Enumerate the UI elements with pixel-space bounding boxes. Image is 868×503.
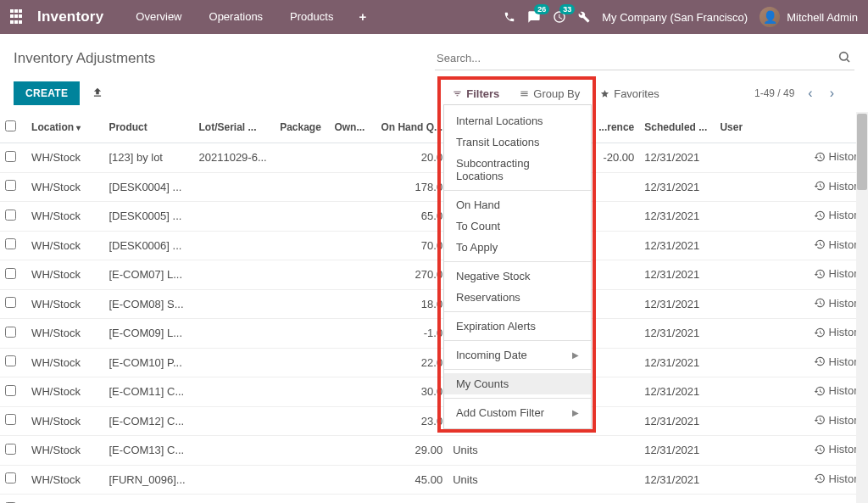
nav-add[interactable]: + [347, 0, 378, 34]
row-checkbox[interactable] [5, 210, 16, 221]
filter-to-apply[interactable]: To Apply [444, 237, 591, 258]
nav-operations[interactable]: Operations [196, 0, 277, 34]
cell-user [715, 495, 793, 504]
inventory-table: Location Product Lot/Serial ... Package … [0, 112, 868, 503]
cell-date: 12/31/2021 [639, 436, 715, 466]
col-scheduled[interactable]: Scheduled ... [639, 112, 715, 143]
cell-date: 12/31/2021 [639, 495, 715, 504]
cell-owner [329, 172, 373, 202]
pager-text[interactable]: 1-49 / 49 [754, 87, 794, 99]
col-product[interactable]: Product [103, 112, 193, 143]
chevron-right-icon: ▶ [572, 408, 579, 417]
messages-icon[interactable]: 26 [527, 10, 541, 24]
favorites-label: Favorites [614, 87, 659, 100]
phone-icon[interactable] [504, 11, 515, 23]
filter-expiration-alerts[interactable]: Expiration Alerts [444, 316, 591, 337]
filter-reservations[interactable]: Reservations [444, 287, 591, 308]
table-row[interactable]: WH/Stock [E-COM09] L... -1.0 12/31/2021 … [0, 319, 868, 349]
table-row[interactable]: WH/Stock [E-COM10] P... 22.0 12/31/2021 … [0, 348, 868, 377]
cell-date: 12/31/2021 [639, 348, 715, 377]
upload-icon[interactable] [92, 87, 103, 101]
search-input[interactable] [435, 47, 854, 70]
cell-location: WH/Stock [26, 406, 103, 436]
filter-my-counts[interactable]: My Counts [444, 373, 591, 394]
company-selector[interactable]: My Company (San Francisco) [602, 11, 748, 24]
top-navbar: Inventory Overview Operations Products +… [0, 0, 868, 34]
pager-next-icon[interactable]: › [826, 86, 837, 101]
cell-owner [329, 465, 373, 495]
table-row[interactable]: WH/Stock [E-COM13] C... 29.00 Units 12/3… [0, 436, 868, 466]
col-owner[interactable]: Own... [329, 112, 373, 143]
row-checkbox[interactable] [5, 385, 16, 396]
cell-qty: 22.0 [373, 348, 448, 377]
col-user[interactable]: User [715, 112, 793, 143]
col-package[interactable]: Package [275, 112, 329, 143]
cell-user [715, 260, 793, 290]
filter-on-hand[interactable]: On Hand [444, 194, 591, 215]
app-brand[interactable]: Inventory [37, 8, 103, 25]
filter-incoming-date[interactable]: Incoming Date ▶ [444, 344, 591, 366]
filters-button[interactable]: Filters [442, 82, 509, 105]
row-checkbox[interactable] [5, 238, 16, 249]
table-row[interactable]: WH/Stock [FURN_0097]... 49.00 Units 12/3… [0, 495, 868, 504]
cell-date: 12/31/2021 [639, 231, 715, 260]
row-checkbox[interactable] [5, 472, 16, 483]
nav-products[interactable]: Products [276, 0, 347, 34]
create-button[interactable]: CREATE [14, 81, 80, 105]
scroll-thumb[interactable] [857, 114, 867, 190]
table-row[interactable]: WH/Stock [E-COM12] C... 23.0 12/31/2021 … [0, 406, 868, 436]
row-checkbox[interactable] [5, 151, 16, 162]
col-difference[interactable]: ...rence [592, 112, 639, 143]
cell-product: [E-COM12] C... [103, 406, 193, 436]
cell-uom: Units [448, 465, 592, 495]
table-row[interactable]: WH/Stock [E-COM11] C... 30.0 12/31/2021 … [0, 377, 868, 407]
apps-icon[interactable] [10, 9, 25, 25]
cell-product: [FURN_0097]... [103, 495, 193, 504]
filter-subcontracting-locations[interactable]: Subcontracting Locations [444, 153, 591, 187]
filter-transit-locations[interactable]: Transit Locations [444, 131, 591, 153]
row-checkbox[interactable] [5, 414, 16, 425]
cell-difference [592, 319, 639, 349]
cell-uom: Units [448, 495, 592, 504]
row-checkbox[interactable] [5, 327, 16, 338]
control-panel: CREATE Filters Group By Favorites 1-49 /… [0, 75, 868, 112]
table-row[interactable]: WH/Stock [DESK0004] ... 178.0 12/31/2021… [0, 172, 868, 202]
cell-difference [592, 172, 639, 202]
debug-icon[interactable] [578, 11, 590, 23]
row-checkbox[interactable] [5, 355, 16, 366]
cell-owner [329, 406, 373, 436]
activities-icon[interactable]: 33 [553, 10, 566, 24]
table-row[interactable]: WH/Stock [E-COM07] L... 270.0 12/31/2021… [0, 260, 868, 290]
table-row[interactable]: WH/Stock [123] by lot 20211029-6... 20.0… [0, 143, 868, 173]
row-checkbox[interactable] [5, 268, 16, 279]
pager-prev-icon[interactable]: ‹ [804, 86, 815, 101]
user-menu[interactable]: 👤 Mitchell Admin [760, 7, 858, 27]
search-icon[interactable] [837, 50, 851, 66]
favorites-button[interactable]: Favorites [590, 82, 669, 105]
nav-overview[interactable]: Overview [122, 0, 195, 34]
filter-add-custom[interactable]: Add Custom Filter ▶ [444, 402, 591, 423]
col-lot[interactable]: Lot/Serial ... [194, 112, 275, 143]
table-row[interactable]: WH/Stock [FURN_0096]... 45.00 Units 12/3… [0, 465, 868, 495]
cell-package [275, 465, 329, 495]
cell-uom: Units [448, 436, 592, 466]
table-row[interactable]: WH/Stock [DESK0006] ... 70.0 12/31/2021 … [0, 231, 868, 260]
filter-negative-stock[interactable]: Negative Stock [444, 265, 591, 287]
filter-internal-locations[interactable]: Internal Locations [444, 110, 591, 131]
row-checkbox[interactable] [5, 444, 16, 455]
scrollbar[interactable] [856, 112, 868, 503]
cell-user [715, 231, 793, 260]
table-row[interactable]: WH/Stock [E-COM08] S... 18.0 12/31/2021 … [0, 289, 868, 319]
row-checkbox[interactable] [5, 297, 16, 308]
cell-difference: -20.00 [592, 143, 639, 173]
cell-lot [194, 348, 275, 377]
cell-package [275, 143, 329, 173]
table-row[interactable]: WH/Stock [DESK0005] ... 65.0 12/31/2021 … [0, 202, 868, 232]
cell-location: WH/Stock [26, 260, 103, 290]
col-onhand[interactable]: On Hand Q... [373, 112, 448, 143]
select-all-checkbox[interactable] [5, 120, 16, 131]
groupby-button[interactable]: Group By [509, 82, 590, 105]
col-location[interactable]: Location [26, 112, 103, 143]
row-checkbox[interactable] [5, 180, 16, 191]
filter-to-count[interactable]: To Count [444, 215, 591, 237]
